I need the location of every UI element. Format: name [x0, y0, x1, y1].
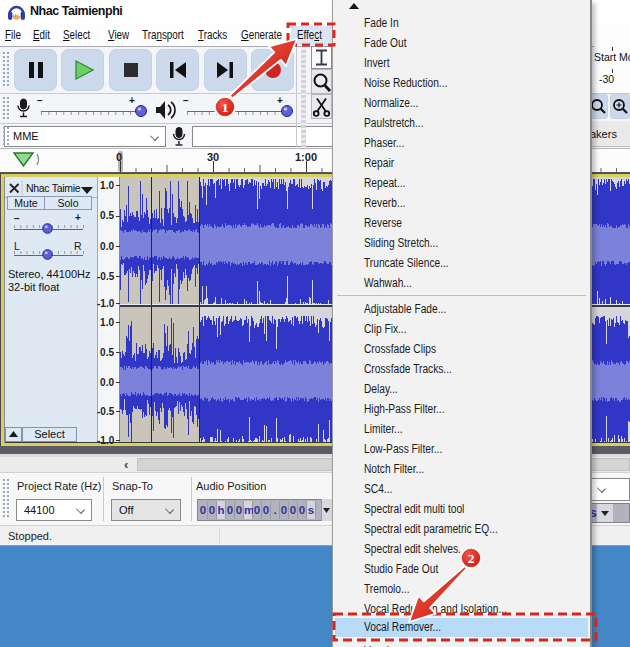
- svg-text:2: 2: [468, 551, 475, 566]
- svg-text:1: 1: [222, 100, 229, 115]
